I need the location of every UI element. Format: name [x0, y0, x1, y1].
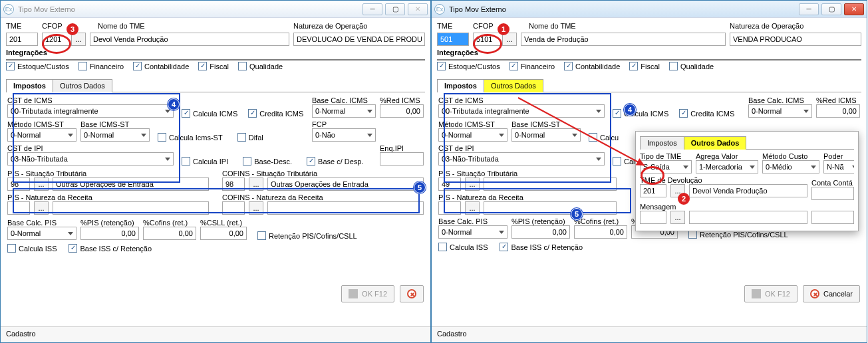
tme-devolucao-lookup-button[interactable]: ...: [670, 184, 685, 197]
estoque-checkbox[interactable]: Estoque/Custos: [437, 62, 500, 70]
close-button[interactable]: ✕: [408, 3, 428, 15]
tipo-tme-select[interactable]: S-Saída: [640, 160, 692, 173]
base-pis-select[interactable]: 0-Normal: [438, 225, 507, 239]
tab-impostos[interactable]: Impostos: [6, 79, 53, 92]
fiscal-checkbox[interactable]: Fiscal: [629, 62, 660, 70]
base-desc-checkbox[interactable]: Base-Desc.: [243, 157, 292, 166]
pis-code-input[interactable]: [7, 177, 30, 191]
cst-ipi-select[interactable]: 03-Não-Tributada: [7, 152, 174, 166]
popout-tab-impostos[interactable]: Impostos: [640, 136, 684, 150]
pis-nat-desc-input[interactable]: [484, 201, 617, 215]
tme-input[interactable]: [437, 33, 469, 46]
pis-code-lookup-button[interactable]: ...: [34, 177, 49, 191]
agrega-select[interactable]: 1-Mercadoria: [696, 160, 758, 173]
pis-ret-input[interactable]: [511, 225, 570, 239]
tab-outros-dados[interactable]: Outros Dados: [484, 79, 543, 92]
fiscal-checkbox[interactable]: Fiscal: [198, 62, 229, 70]
tme-devolucao-code-input[interactable]: [640, 184, 666, 197]
calcula-ipi-checkbox[interactable]: Calcula IPI: [182, 157, 228, 166]
qualidade-checkbox[interactable]: Qualidade: [669, 62, 714, 70]
pis-nat-code-input[interactable]: [438, 201, 461, 215]
cfop-input[interactable]: [473, 33, 502, 46]
natureza-input[interactable]: [293, 33, 425, 46]
close-button[interactable]: ✕: [844, 3, 864, 15]
mensagem-desc-input[interactable]: [689, 211, 807, 224]
enq-ipi-input[interactable]: [380, 152, 424, 166]
cfop-input[interactable]: [42, 33, 71, 46]
nome-tme-input[interactable]: [90, 33, 289, 46]
pis-nat-lookup-button[interactable]: ...: [465, 201, 480, 215]
base-iss-checkbox[interactable]: Base ISS c/ Retenção: [69, 244, 152, 253]
pis-code-input[interactable]: [438, 177, 461, 191]
cofins-nat-code-input[interactable]: [222, 201, 245, 215]
base-st-select[interactable]: 0-Normal: [511, 128, 581, 142]
tab-outros-dados[interactable]: Outros Dados: [53, 79, 112, 92]
difal-checkbox[interactable]: Difal: [237, 133, 263, 142]
maximize-button[interactable]: ▢: [385, 3, 405, 15]
cofins-ret-input[interactable]: [143, 227, 196, 240]
popout-tab-outros[interactable]: Outros Dados: [684, 136, 747, 150]
cst-ipi-select[interactable]: 03-Não-Tributada: [438, 152, 605, 166]
natureza-input[interactable]: [730, 33, 861, 46]
pis-nat-lookup-button[interactable]: ...: [34, 201, 49, 215]
cofins-nat-desc-input[interactable]: [267, 201, 424, 215]
cst-icms-select[interactable]: 00-Tributada integralmente: [7, 104, 174, 118]
financeiro-checkbox[interactable]: Financeiro: [78, 62, 124, 70]
calcula-iss-checkbox[interactable]: Calcula ISS: [7, 244, 57, 253]
pis-code-lookup-button[interactable]: ...: [465, 177, 480, 191]
base-pis-select[interactable]: 0-Normal: [7, 227, 76, 240]
mensagem-lookup-button[interactable]: ...: [670, 211, 685, 224]
red-icms-input[interactable]: [816, 104, 860, 118]
base-icms-select[interactable]: 0-Normal: [312, 104, 376, 118]
base-st-select[interactable]: 0-Normal: [80, 128, 150, 142]
minimize-button[interactable]: ─: [362, 3, 382, 15]
pis-desc-input[interactable]: [53, 177, 209, 191]
custo-select[interactable]: 0-Médio: [762, 160, 819, 173]
calcula-iss-checkbox[interactable]: Calcula ISS: [438, 243, 488, 251]
minimize-button[interactable]: ─: [799, 3, 819, 15]
ok-button[interactable]: OK F12: [744, 285, 797, 302]
cofins-code-input[interactable]: [222, 177, 245, 191]
metodo-st-select[interactable]: 0-Normal: [7, 128, 76, 142]
cancel-button[interactable]: Cancelar: [400, 285, 424, 302]
calcula-icms-checkbox[interactable]: Calcula ICMS: [182, 109, 237, 118]
retencao-checkbox[interactable]: Retenção PIS/Cofins/CSLL: [257, 231, 357, 240]
cofins-code-lookup-button[interactable]: ...: [249, 177, 263, 191]
contabilidade-checkbox[interactable]: Contabilidade: [133, 62, 189, 70]
estoque-checkbox[interactable]: Estoque/Custos: [6, 62, 69, 70]
pis-nat-desc-input[interactable]: [53, 201, 209, 215]
tme-devolucao-desc-input[interactable]: [689, 184, 807, 197]
pis-nat-code-input[interactable]: [7, 201, 30, 215]
calcu-st-checkbox[interactable]: Calcu: [589, 133, 619, 142]
cst-icms-select[interactable]: 00-Tributada integralmente: [438, 104, 605, 118]
fcp-select[interactable]: 0-Não: [312, 128, 376, 142]
calcula-st-checkbox[interactable]: Calcula Icms-ST: [158, 133, 223, 142]
conta-contabil-input[interactable]: [811, 187, 854, 200]
poder-select[interactable]: N-Nã: [823, 160, 854, 173]
maximize-button[interactable]: ▢: [821, 3, 841, 15]
cofins-ret-input[interactable]: [574, 225, 627, 239]
ok-button[interactable]: OK F12: [341, 285, 394, 302]
mensagem-extra-input[interactable]: [811, 211, 854, 224]
csll-ret-input[interactable]: [200, 227, 247, 240]
cancel-button[interactable]: Cancelar: [803, 285, 860, 302]
nome-tme-input[interactable]: [521, 33, 726, 46]
cofins-nat-lookup-button[interactable]: ...: [249, 201, 263, 215]
pis-desc-input[interactable]: [484, 177, 617, 191]
calcula-icms-checkbox[interactable]: Calcula ICMS: [613, 109, 668, 118]
contabilidade-checkbox[interactable]: Contabilidade: [564, 62, 620, 70]
cofins-desc-input[interactable]: [267, 177, 424, 191]
base-iss-checkbox[interactable]: Base ISS c/ Retenção: [500, 243, 583, 251]
credita-icms-checkbox[interactable]: Credita ICMS: [679, 109, 734, 118]
pis-ret-input[interactable]: [80, 227, 139, 240]
cfop-lookup-button[interactable]: ...: [71, 33, 86, 46]
base-desp-checkbox[interactable]: Base c/ Desp.: [307, 157, 363, 166]
base-icms-select[interactable]: 0-Normal: [748, 104, 812, 118]
mensagem-code-input[interactable]: [640, 211, 666, 224]
metodo-st-select[interactable]: 0-Normal: [438, 128, 507, 142]
credita-icms-checkbox[interactable]: Credita ICMS: [248, 109, 303, 118]
tme-input[interactable]: [6, 33, 38, 46]
financeiro-checkbox[interactable]: Financeiro: [509, 62, 555, 70]
qualidade-checkbox[interactable]: Qualidade: [238, 62, 283, 70]
tab-impostos[interactable]: Impostos: [437, 79, 484, 92]
